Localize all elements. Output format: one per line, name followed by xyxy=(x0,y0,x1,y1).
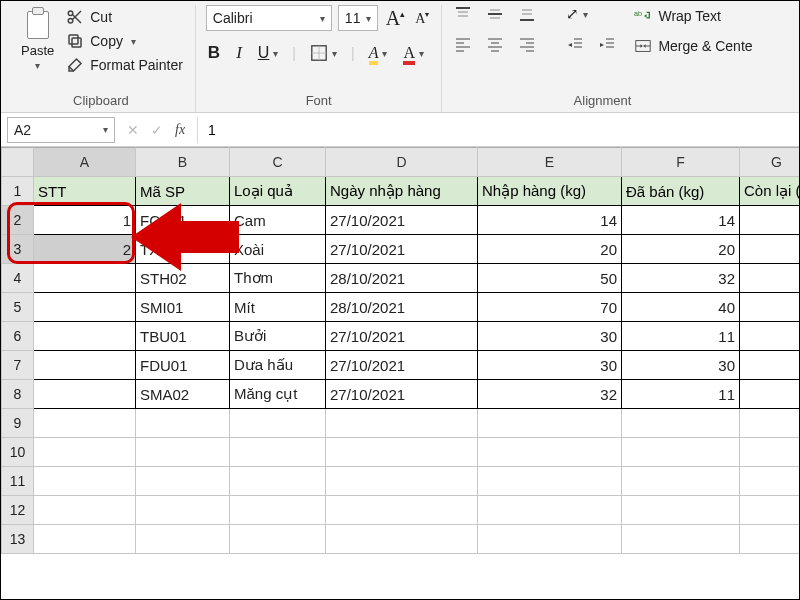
cell[interactable]: Dưa hấu xyxy=(230,351,326,380)
name-box[interactable]: A2 ▾ xyxy=(7,117,115,143)
cell[interactable] xyxy=(622,467,740,496)
cell[interactable]: 27/10/2021 xyxy=(326,206,478,235)
cell[interactable]: TBU01 xyxy=(136,322,230,351)
fill-color-button[interactable]: A▾ xyxy=(367,44,390,62)
cell[interactable] xyxy=(34,322,136,351)
cell[interactable] xyxy=(740,206,801,235)
col-header[interactable]: E xyxy=(478,148,622,177)
cell[interactable]: 40 xyxy=(622,293,740,322)
cell[interactable]: Xoài xyxy=(230,235,326,264)
col-header[interactable]: G xyxy=(740,148,801,177)
cell[interactable] xyxy=(326,525,478,554)
cell[interactable]: 11 xyxy=(622,380,740,409)
row-header[interactable]: 7 xyxy=(2,351,34,380)
cell[interactable] xyxy=(136,438,230,467)
table-row[interactable]: 13 xyxy=(2,525,801,554)
cell[interactable] xyxy=(136,467,230,496)
chevron-down-icon[interactable]: ▾ xyxy=(382,48,387,59)
cell[interactable] xyxy=(326,409,478,438)
cell[interactable]: 28/10/2021 xyxy=(326,293,478,322)
table-row[interactable]: 21FCA01Cam27/10/20211414 xyxy=(2,206,801,235)
formula-input[interactable] xyxy=(197,117,799,143)
header-cell[interactable]: Ngày nhập hàng xyxy=(326,177,478,206)
cell[interactable]: 1 xyxy=(34,206,136,235)
fx-icon[interactable]: fx xyxy=(175,122,185,138)
row-header[interactable]: 6 xyxy=(2,322,34,351)
table-header-row[interactable]: 1STTMã SPLoại quảNgày nhập hàngNhập hàng… xyxy=(2,177,801,206)
cell[interactable] xyxy=(478,525,622,554)
cell[interactable] xyxy=(34,380,136,409)
cell[interactable]: 14 xyxy=(478,206,622,235)
chevron-down-icon[interactable]: ▾ xyxy=(419,48,424,59)
align-center-button[interactable] xyxy=(484,35,506,53)
cell[interactable] xyxy=(478,438,622,467)
table-row[interactable]: 32TXCXoài27/10/20212020 xyxy=(2,235,801,264)
grid[interactable]: A B C D E F G 1STTMã SPLoại quảNgày nhập… xyxy=(1,147,800,554)
header-cell[interactable]: Mã SP xyxy=(136,177,230,206)
align-middle-button[interactable] xyxy=(484,5,506,23)
cell[interactable] xyxy=(478,496,622,525)
cell[interactable] xyxy=(740,264,801,293)
cell[interactable] xyxy=(34,351,136,380)
cell[interactable]: 30 xyxy=(478,322,622,351)
cell[interactable] xyxy=(34,525,136,554)
cell[interactable]: 28/10/2021 xyxy=(326,264,478,293)
cell[interactable]: TXC xyxy=(136,235,230,264)
cell[interactable] xyxy=(478,467,622,496)
row-header[interactable]: 3 xyxy=(2,235,34,264)
cell[interactable]: STH02 xyxy=(136,264,230,293)
cell[interactable]: 20 xyxy=(622,235,740,264)
col-header[interactable]: C xyxy=(230,148,326,177)
table-row[interactable]: 7FDU01Dưa hấu27/10/20213030 xyxy=(2,351,801,380)
increase-indent-button[interactable] xyxy=(596,35,618,53)
cell[interactable] xyxy=(230,467,326,496)
bold-button[interactable]: B xyxy=(206,43,222,63)
cell[interactable] xyxy=(622,438,740,467)
table-row[interactable]: 9 xyxy=(2,409,801,438)
cell[interactable] xyxy=(622,525,740,554)
cell[interactable]: Thơm xyxy=(230,264,326,293)
cancel-formula-icon[interactable]: ✕ xyxy=(127,122,139,138)
align-left-button[interactable] xyxy=(452,35,474,53)
table-row[interactable]: 5SMI01Mít28/10/20217040 xyxy=(2,293,801,322)
header-cell[interactable]: Nhập hàng (kg) xyxy=(478,177,622,206)
cell[interactable]: FCA01 xyxy=(136,206,230,235)
chevron-down-icon[interactable]: ▾ xyxy=(273,48,278,59)
row-header[interactable]: 2 xyxy=(2,206,34,235)
enter-formula-icon[interactable]: ✓ xyxy=(151,122,163,138)
header-cell[interactable]: Loại quả xyxy=(230,177,326,206)
cell[interactable] xyxy=(740,496,801,525)
cell[interactable] xyxy=(740,467,801,496)
wrap-text-button[interactable]: ab Wrap Text xyxy=(634,7,752,25)
align-bottom-button[interactable] xyxy=(516,5,538,23)
cell[interactable] xyxy=(478,409,622,438)
cell[interactable]: SMA02 xyxy=(136,380,230,409)
row-header[interactable]: 8 xyxy=(2,380,34,409)
font-name-select[interactable]: Calibri ▾ xyxy=(206,5,332,31)
row-header[interactable]: 11 xyxy=(2,467,34,496)
cell[interactable]: 14 xyxy=(622,206,740,235)
cell[interactable]: 27/10/2021 xyxy=(326,380,478,409)
header-cell[interactable]: Còn lại ( xyxy=(740,177,801,206)
header-cell[interactable]: STT xyxy=(34,177,136,206)
cell[interactable] xyxy=(740,235,801,264)
col-header[interactable]: A xyxy=(34,148,136,177)
cell[interactable]: Mít xyxy=(230,293,326,322)
underline-button[interactable]: U▾ xyxy=(256,44,281,62)
cell[interactable]: 2 xyxy=(34,235,136,264)
cell[interactable] xyxy=(34,264,136,293)
row-header[interactable]: 13 xyxy=(2,525,34,554)
cell[interactable] xyxy=(34,293,136,322)
cell[interactable]: Bưởi xyxy=(230,322,326,351)
cell[interactable] xyxy=(622,409,740,438)
chevron-down-icon[interactable]: ▾ xyxy=(366,13,371,24)
chevron-down-icon[interactable]: ▾ xyxy=(35,60,40,71)
cell[interactable] xyxy=(230,496,326,525)
cell[interactable] xyxy=(136,525,230,554)
row-header[interactable]: 9 xyxy=(2,409,34,438)
cell[interactable]: FDU01 xyxy=(136,351,230,380)
increase-font-button[interactable]: A▴ xyxy=(384,7,407,30)
cell[interactable] xyxy=(34,496,136,525)
row-header[interactable]: 4 xyxy=(2,264,34,293)
table-row[interactable]: 10 xyxy=(2,438,801,467)
